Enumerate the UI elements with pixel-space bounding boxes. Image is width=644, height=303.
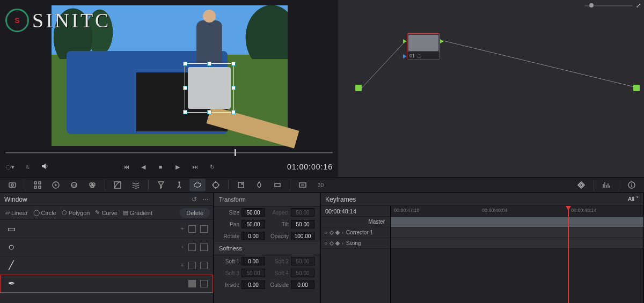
svg-rect-6 xyxy=(34,186,36,188)
node-graph[interactable]: 01◌ xyxy=(338,0,644,177)
power-window-selection[interactable] xyxy=(185,63,234,113)
polygon-tool[interactable]: ⬠Polygon xyxy=(60,208,92,217)
soft1-input[interactable] xyxy=(241,257,265,265)
color-match-icon[interactable] xyxy=(30,179,46,191)
tracker-icon[interactable] xyxy=(208,179,224,191)
prev-clip-icon[interactable]: ⏮ xyxy=(121,164,131,171)
pin-icon[interactable] xyxy=(171,179,187,191)
svg-line-1 xyxy=(443,41,639,88)
hdr-icon[interactable]: HDR xyxy=(66,179,82,191)
loop-icon[interactable]: ↻ xyxy=(207,164,217,171)
gradient-tool[interactable]: ▤Gradient xyxy=(121,208,155,217)
shape-row-circle[interactable]: ○ + xyxy=(0,238,213,256)
window-panel-title: Window xyxy=(4,196,27,203)
shape-row-line[interactable]: ╱ + xyxy=(0,256,213,275)
svg-point-18 xyxy=(213,182,218,188)
stack-icon[interactable]: ≋ xyxy=(23,164,32,171)
corrector-node-01[interactable]: 01◌ xyxy=(407,33,440,60)
opacity-input[interactable] xyxy=(291,232,314,240)
inside-input[interactable] xyxy=(241,280,265,289)
camera-raw-icon[interactable] xyxy=(4,179,20,191)
aspect-input xyxy=(291,208,314,217)
viewer-timecode[interactable]: 01:00:00:16 xyxy=(287,162,333,171)
keyframes-zoom[interactable]: ⤢ xyxy=(584,2,641,9)
sizing-icon[interactable] xyxy=(295,179,311,191)
transform-panel: Transform Size Aspect Pan Tilt Rotate Op… xyxy=(214,193,321,303)
soft3-input xyxy=(241,269,265,277)
kf-row-master[interactable]: Master xyxy=(321,217,390,227)
svg-rect-19 xyxy=(238,182,244,188)
svg-text:HDR: HDR xyxy=(71,184,77,187)
svg-rect-15 xyxy=(114,182,121,188)
kf-row-corrector1[interactable]: ○›Corrector 1 xyxy=(321,227,390,238)
pan-input[interactable] xyxy=(241,220,265,228)
tilt-input[interactable] xyxy=(291,220,314,228)
rgb-mixer-icon[interactable] xyxy=(84,179,100,191)
key-icon[interactable] xyxy=(269,179,286,191)
node-thumbnail xyxy=(408,35,438,51)
svg-rect-4 xyxy=(34,182,36,184)
svg-rect-21 xyxy=(275,183,280,187)
warper-icon[interactable] xyxy=(128,179,144,191)
wheels-icon[interactable] xyxy=(48,179,64,191)
window-tool-icon[interactable] xyxy=(189,179,206,191)
window-shape-tools: ▱Linear ◯Circle ⬠Polygon ✎Curve ▤Gradien… xyxy=(0,206,213,220)
shape-row-pen[interactable]: ✒ xyxy=(0,275,213,293)
svg-point-17 xyxy=(194,183,201,187)
viewer-scrubber[interactable] xyxy=(5,152,333,153)
play-icon[interactable]: ▶ xyxy=(173,164,182,171)
svg-rect-2 xyxy=(9,183,16,187)
qualifier-icon[interactable] xyxy=(153,179,169,191)
rect-shape-icon: ▭ xyxy=(5,223,17,235)
outside-input[interactable] xyxy=(291,280,314,289)
rotate-input[interactable] xyxy=(241,232,265,240)
keyframes-tree: 00:00:48:14 Master ○›Corrector 1 ○›Sizin… xyxy=(321,206,391,303)
options-icon[interactable]: ⋯ xyxy=(202,196,209,203)
onscreen-control-menu-icon[interactable]: ◌▾ xyxy=(5,164,15,171)
reset-icon[interactable]: ↺ xyxy=(192,196,197,203)
soft4-input xyxy=(291,269,314,277)
circle-tool[interactable]: ◯Circle xyxy=(31,208,58,217)
node-label: 01 xyxy=(409,53,415,58)
window-panel: Window ↺ ⋯ ▱Linear ◯Circle ⬠Polygon ✎Cur… xyxy=(0,193,214,303)
3d-icon[interactable]: 3D xyxy=(313,179,329,191)
playhead[interactable] xyxy=(568,206,569,303)
soft2-input xyxy=(291,257,314,265)
keyframes-lane[interactable]: 00:00:47:18 00:00:48:04 00:00:48:14 xyxy=(391,206,643,303)
expand-icon[interactable]: ⤢ xyxy=(636,2,641,9)
keyframes-toggle-icon[interactable] xyxy=(573,179,589,191)
speaker-icon[interactable] xyxy=(40,162,49,172)
line-shape-icon: ╱ xyxy=(5,260,17,271)
keyframes-timecode: 00:00:48:14 xyxy=(321,206,390,217)
scopes-icon[interactable] xyxy=(598,179,614,191)
blur-icon[interactable] xyxy=(251,179,267,191)
stop-icon[interactable]: ■ xyxy=(156,164,165,171)
next-clip-icon[interactable]: ⏭ xyxy=(190,164,200,171)
pen-shape-icon: ✒ xyxy=(5,278,17,290)
magic-mask-icon[interactable] xyxy=(233,179,249,191)
info-icon[interactable] xyxy=(624,179,640,191)
curves-icon[interactable] xyxy=(109,179,126,191)
curve-tool[interactable]: ✎Curve xyxy=(93,208,119,217)
svg-rect-5 xyxy=(39,182,41,184)
graph-output-icon[interactable] xyxy=(633,85,640,91)
kf-track-corrector1[interactable] xyxy=(391,227,643,238)
kf-track-master[interactable] xyxy=(391,217,643,227)
palette-toolbar: HDR 3D xyxy=(0,177,644,193)
delete-button[interactable]: Delete xyxy=(180,208,210,218)
chevron-down-icon: ˅ xyxy=(636,196,639,202)
kf-track-sizing[interactable] xyxy=(391,238,643,249)
linear-tool[interactable]: ▱Linear xyxy=(3,208,30,217)
svg-point-20 xyxy=(241,183,243,184)
keyframes-panel: Keyframes All ˅ ⤢ 00:00:48:14 Master ○›C… xyxy=(321,193,644,303)
play-reverse-icon[interactable]: ◀ xyxy=(138,164,148,171)
graph-input-icon[interactable] xyxy=(355,85,362,91)
keyframes-mode[interactable]: All ˅ xyxy=(628,196,639,203)
kf-row-sizing[interactable]: ○›Sizing xyxy=(321,238,390,249)
shape-row-rect[interactable]: ▭ + xyxy=(0,220,213,238)
keyframes-title: Keyframes xyxy=(325,196,356,203)
svg-line-0 xyxy=(362,41,406,88)
size-input[interactable] xyxy=(241,208,265,217)
softness-section-title: Softness xyxy=(214,242,320,255)
keyframes-ruler[interactable]: 00:00:47:18 00:00:48:04 00:00:48:14 xyxy=(391,206,643,217)
